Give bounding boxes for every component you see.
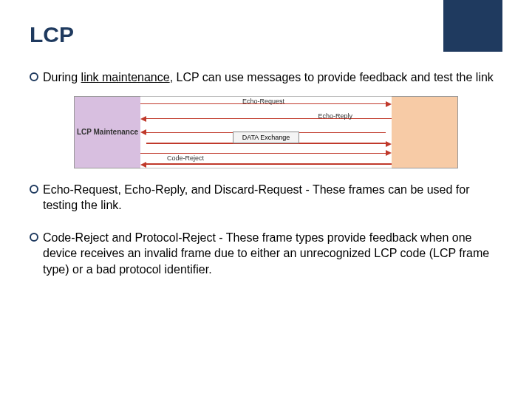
bullet-3: Code-Reject and Protocol-Reject - These …	[30, 230, 502, 278]
lane-code-reject: Code-Reject	[140, 149, 392, 168]
bullet-marker-icon	[30, 233, 38, 242]
bullet-1-rest: , LCP can use messages to provide feedba…	[170, 71, 494, 83]
diagram-right-label	[392, 97, 457, 168]
bullet-2: Echo-Request, Echo-Reply, and Discard-Re…	[30, 182, 502, 214]
diagram-left-label: LCP Maintenance	[75, 97, 140, 168]
corner-accent	[443, 0, 502, 52]
bullet-3-text: Code-Reject and Protocol-Reject - These …	[43, 230, 502, 278]
bullet-1-text: During link maintenance, LCP can use mes…	[43, 69, 502, 86]
bullet-1: During link maintenance, LCP can use mes…	[30, 69, 502, 86]
bullet-2-text: Echo-Request, Echo-Reply, and Discard-Re…	[43, 182, 502, 214]
slide-title: LCP	[30, 22, 502, 47]
bullet-marker-icon	[30, 185, 38, 194]
lcp-diagram: LCP Maintenance Echo-Request Echo-Reply …	[74, 96, 458, 168]
bullet-marker-icon	[30, 72, 38, 81]
label-data-exchange: DATA Exchange	[233, 132, 300, 143]
lane-echo-reply: Echo-Reply	[140, 112, 392, 126]
diagram-right-endpoint	[392, 96, 458, 168]
diagram-left-endpoint: LCP Maintenance	[74, 96, 140, 168]
diagram-lanes: Echo-Request Echo-Reply DATA Exchange Co…	[140, 96, 392, 168]
label-echo-reply: Echo-Reply	[316, 112, 354, 120]
bullet-1-underline: link maintenance	[81, 71, 170, 83]
label-code-reject: Code-Reject	[166, 154, 205, 162]
lane-echo-request: Echo-Request	[140, 97, 392, 112]
label-echo-request: Echo-Request	[241, 98, 286, 105]
lane-data-exchange: DATA Exchange	[140, 126, 392, 149]
bullet-1-lead: During	[43, 71, 81, 83]
